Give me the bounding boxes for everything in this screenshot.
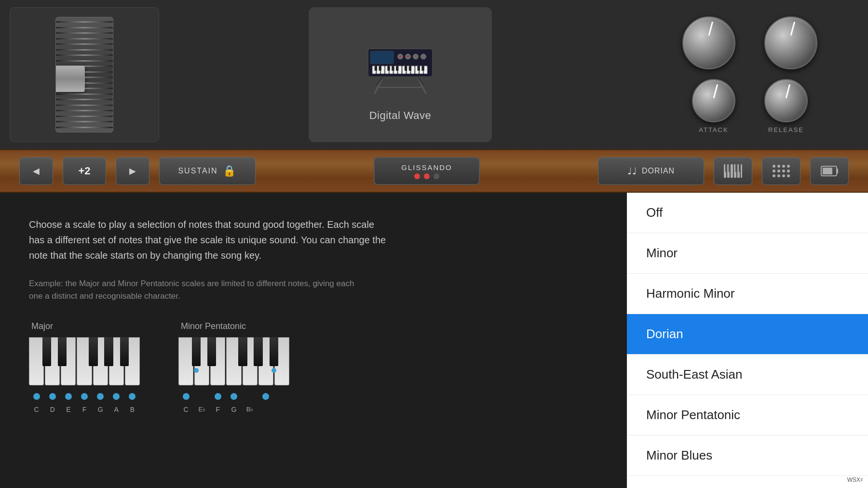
picker-item-off[interactable]: Off: [627, 193, 868, 233]
wood-toolbar: ◀ +2 ▶ SUSTAIN 🔒 GLISSANDO ♩♩ DORIAN: [0, 149, 868, 193]
svg-point-47: [777, 165, 780, 168]
svg-rect-28: [418, 66, 420, 71]
svg-rect-43: [729, 164, 730, 172]
svg-rect-29: [421, 66, 424, 71]
glissando-label: GLISSANDO: [401, 163, 452, 171]
pitch-slider[interactable]: [55, 17, 113, 132]
sustain-label: SUSTAIN: [178, 167, 217, 175]
svg-rect-59: [837, 169, 838, 173]
instrument-name: Digital Wave: [369, 109, 432, 122]
svg-rect-38: [731, 164, 733, 178]
minor-pentatonic-note-labels: C E♭ F G B♭: [178, 406, 289, 413]
svg-point-54: [773, 174, 775, 177]
svg-rect-23: [387, 66, 390, 71]
svg-point-49: [787, 165, 790, 168]
release-knob[interactable]: [764, 16, 817, 69]
svg-point-55: [777, 174, 780, 177]
lock-icon: 🔒: [223, 165, 237, 177]
major-diagram: Major: [29, 321, 140, 413]
picker-item-harmonic-minor[interactable]: Harmonic Minor: [627, 274, 868, 314]
picker-item-south-east-asian[interactable]: South-East Asian: [627, 355, 868, 395]
major-label: Major: [31, 321, 53, 331]
next-icon: ▶: [129, 166, 136, 176]
svg-rect-24: [392, 66, 394, 71]
attack-knob2[interactable]: [692, 79, 735, 122]
next-button[interactable]: ▶: [116, 157, 149, 185]
piano-grid-button[interactable]: [714, 157, 752, 185]
svg-rect-41: [741, 164, 742, 178]
attack-knob2-container: ATTACK: [692, 79, 735, 133]
scale-button[interactable]: ♩♩ DORIAN: [598, 157, 704, 185]
glissando-dots: [414, 173, 439, 179]
release-knob2[interactable]: [764, 79, 808, 122]
minor-pentatonic-dots: [178, 393, 289, 400]
music-icon: ♩♩: [627, 165, 637, 177]
major-note-labels: C D E F G A B: [29, 406, 140, 413]
scale-picker[interactable]: Off Minor Harmonic Minor Dorian South-Ea…: [627, 193, 868, 488]
dots-pattern-icon: [772, 164, 791, 178]
dot-red-2: [424, 173, 430, 179]
sustain-button[interactable]: SUSTAIN 🔒: [159, 157, 256, 185]
svg-rect-7: [370, 51, 394, 64]
svg-rect-20: [424, 66, 427, 74]
picker-item-minor[interactable]: Minor: [627, 233, 868, 274]
dot-dark: [434, 173, 439, 179]
left-slider-area: [10, 7, 159, 142]
release-knob2-container: RELEASE: [764, 79, 808, 133]
svg-point-34: [399, 56, 401, 58]
svg-point-57: [787, 174, 790, 177]
svg-point-46: [773, 165, 775, 168]
attack-label: ATTACK: [699, 126, 728, 133]
release-label: RELEASE: [768, 126, 804, 133]
svg-rect-25: [396, 66, 398, 71]
svg-rect-22: [379, 66, 381, 71]
top-section: Digital Wave ATTACK RELEASE: [0, 0, 868, 149]
svg-rect-60: [823, 168, 832, 174]
svg-point-56: [782, 174, 785, 177]
step-button[interactable]: +2: [63, 157, 106, 185]
dots-pattern-button[interactable]: [762, 157, 800, 185]
description-text: Choose a scale to play a selection of no…: [29, 217, 391, 263]
svg-point-50: [773, 170, 775, 172]
example-text: Example: the Major and Minor Pentatonic …: [29, 277, 366, 302]
svg-point-33: [421, 54, 426, 59]
picker-item-minor-blues[interactable]: Minor Blues: [627, 435, 868, 476]
picker-item-japanese[interactable]: Japanese: [627, 476, 868, 488]
glissando-button[interactable]: GLISSANDO: [374, 157, 480, 185]
svg-rect-44: [735, 164, 737, 172]
picker-item-dorian[interactable]: Dorian: [627, 314, 868, 355]
svg-rect-21: [375, 66, 377, 71]
right-knobs-area: ATTACK RELEASE: [641, 7, 858, 142]
svg-rect-45: [739, 164, 740, 172]
settings-button[interactable]: [810, 157, 849, 185]
svg-rect-14: [398, 66, 402, 74]
scale-label: DORIAN: [642, 167, 675, 175]
major-piano: [29, 337, 140, 385]
instrument-display: Digital Wave: [309, 7, 492, 142]
minor-pentatonic-label: Minor Pentatonic: [181, 321, 246, 331]
svg-rect-10: [381, 66, 384, 74]
svg-point-48: [782, 165, 785, 168]
attack-knob[interactable]: [682, 16, 735, 69]
bottom-section: Choose a scale to play a selection of no…: [0, 193, 868, 488]
svg-rect-17: [411, 66, 414, 74]
watermark: WSX♯: [847, 476, 863, 483]
step-label: +2: [78, 165, 90, 177]
keyboard-svg: [362, 32, 439, 100]
minor-pentatonic-piano: [178, 337, 289, 385]
svg-rect-27: [409, 66, 411, 71]
svg-point-53: [787, 170, 790, 172]
svg-point-51: [777, 170, 780, 172]
major-dots: [29, 393, 140, 400]
release-knob-container: [764, 16, 817, 69]
picker-item-minor-pentatonic[interactable]: Minor Pentatonic: [627, 395, 868, 435]
svg-point-35: [407, 56, 409, 58]
svg-point-52: [782, 170, 785, 172]
instrument-image: [362, 27, 439, 105]
minor-pentatonic-diagram: Minor Pentatonic: [178, 321, 289, 413]
svg-point-32: [413, 54, 419, 59]
svg-rect-26: [405, 66, 407, 71]
battery-icon: [821, 164, 838, 178]
attack-knob-container: [682, 16, 735, 69]
prev-button[interactable]: ◀: [19, 157, 53, 185]
